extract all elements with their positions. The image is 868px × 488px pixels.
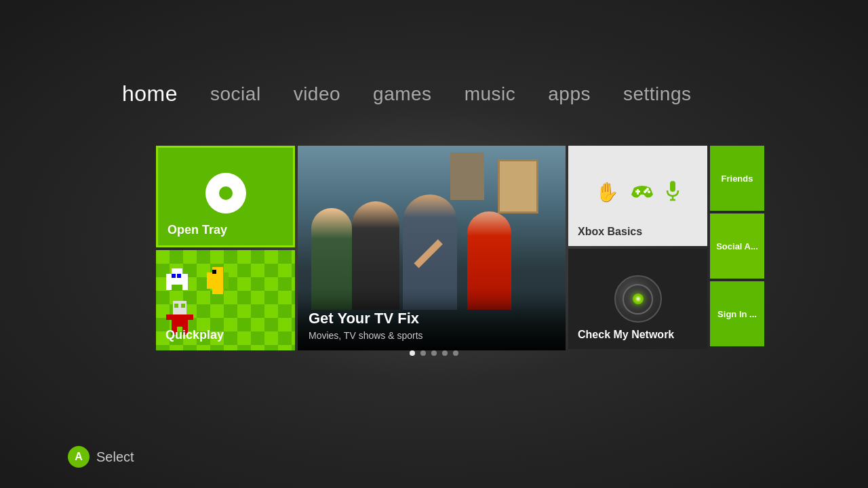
navigation-bar: home social video games music apps setti… <box>122 81 691 106</box>
nav-item-apps[interactable]: apps <box>548 83 591 105</box>
xbox-basics-label: Xbox Basics <box>578 226 642 238</box>
svg-rect-9 <box>182 279 188 285</box>
open-tray-label: Open Tray <box>167 223 227 237</box>
svg-rect-32 <box>635 190 640 192</box>
svg-rect-5 <box>182 274 188 279</box>
center-tile-text: Get Your TV Fix Movies, TV shows & sport… <box>298 300 566 350</box>
svg-point-36 <box>644 190 646 193</box>
pagination-dot-4[interactable] <box>442 350 448 356</box>
pagination-dot-3[interactable] <box>431 350 437 356</box>
tile-center-tv[interactable]: Get Your TV Fix Movies, TV shows & sport… <box>298 146 566 350</box>
tile-social-activity[interactable]: Social A... <box>710 214 764 279</box>
tile-sign-in[interactable]: Sign In ... <box>710 281 764 346</box>
nav-item-music[interactable]: music <box>465 83 516 105</box>
svg-rect-25 <box>181 304 185 308</box>
svg-rect-1 <box>172 268 177 274</box>
svg-rect-21 <box>223 283 229 289</box>
pagination-dot-1[interactable] <box>410 350 415 356</box>
xbox-icons: ✋ <box>595 181 680 203</box>
microphone-icon <box>665 181 680 203</box>
tile-check-network[interactable]: Check My Network <box>568 249 707 349</box>
center-tile-subtitle: Movies, TV shows & sports <box>309 330 555 341</box>
nav-item-home[interactable]: home <box>122 81 178 106</box>
svg-rect-29 <box>166 314 172 320</box>
main-content: Open Tray <box>156 146 764 350</box>
center-tile-title: Get Your TV Fix <box>309 310 555 327</box>
nav-item-settings[interactable]: settings <box>623 83 692 105</box>
svg-rect-7 <box>172 279 177 285</box>
svg-rect-18 <box>212 289 223 294</box>
svg-point-34 <box>648 190 650 193</box>
friends-label: Friends <box>719 171 756 186</box>
network-device-icon <box>614 275 662 323</box>
tray-disc-center <box>219 186 233 200</box>
right-tiles: ✋ Xbox Basic <box>568 146 707 350</box>
left-tiles: Open Tray <box>156 146 295 350</box>
sign-in-label: Sign In ... <box>715 306 760 322</box>
tile-xbox-basics[interactable]: ✋ Xbox Basic <box>568 146 707 246</box>
check-network-label: Check My Network <box>578 328 674 341</box>
svg-rect-30 <box>188 314 193 320</box>
bottom-action-bar: A Select <box>68 446 134 468</box>
pagination-dots <box>410 350 458 356</box>
svg-rect-20 <box>223 278 229 283</box>
a-button[interactable]: A <box>68 446 90 468</box>
pagination-dot-5[interactable] <box>453 350 458 356</box>
svg-rect-12 <box>172 274 176 278</box>
nav-item-games[interactable]: games <box>373 83 432 105</box>
tile-friends[interactable]: Friends <box>710 146 764 211</box>
svg-rect-26 <box>172 314 188 327</box>
svg-rect-3 <box>177 268 182 274</box>
svg-rect-11 <box>182 285 188 290</box>
nav-item-video[interactable]: video <box>294 83 340 105</box>
pagination-dot-2[interactable] <box>420 350 426 356</box>
tile-open-tray[interactable]: Open Tray <box>156 146 295 247</box>
hand-icon: ✋ <box>595 181 619 203</box>
select-label: Select <box>96 449 134 465</box>
svg-point-35 <box>646 188 649 190</box>
quickplay-label: Quickplay <box>165 328 224 342</box>
svg-rect-0 <box>166 274 172 279</box>
svg-rect-16 <box>207 278 223 283</box>
far-right-tiles: Friends Social A... Sign In ... <box>710 146 764 350</box>
tile-quickplay[interactable]: Quickplay <box>156 250 295 350</box>
nav-item-social[interactable]: social <box>210 83 261 105</box>
svg-rect-6 <box>166 279 172 285</box>
svg-rect-8 <box>177 279 182 285</box>
svg-rect-19 <box>223 272 229 278</box>
svg-rect-10 <box>166 285 172 290</box>
svg-rect-24 <box>174 304 178 308</box>
svg-rect-37 <box>670 181 675 192</box>
svg-rect-22 <box>212 270 216 274</box>
svg-rect-13 <box>177 274 181 278</box>
controller-icon <box>630 184 654 200</box>
social-activity-label: Social A... <box>713 239 761 254</box>
tray-disc-icon <box>205 173 246 214</box>
